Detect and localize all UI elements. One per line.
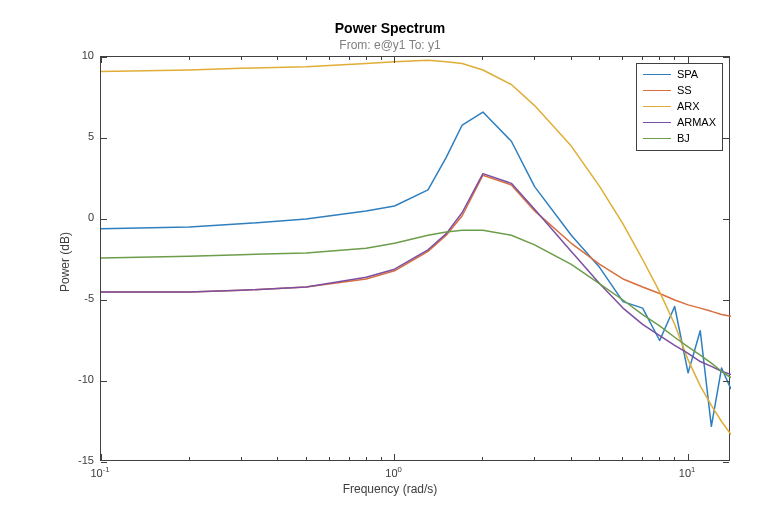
- x-tick-label: 100: [385, 465, 402, 479]
- y-tick-label: -5: [64, 292, 94, 304]
- legend-swatch: [643, 90, 671, 91]
- legend-item[interactable]: BJ: [643, 130, 716, 146]
- legend-label: BJ: [677, 132, 690, 144]
- legend-label: SPA: [677, 68, 698, 80]
- legend-swatch: [643, 106, 671, 107]
- chart-subtitle: From: e@y1 To: y1: [339, 38, 440, 52]
- legend-label: ARX: [677, 100, 700, 112]
- y-tick-label: 0: [64, 211, 94, 223]
- x-tick-label: 10-1: [90, 465, 109, 479]
- x-axis-label: Frequency (rad/s): [343, 482, 438, 496]
- y-tick-label: 10: [64, 49, 94, 61]
- x-tick-label: 101: [679, 465, 696, 479]
- axes[interactable]: SPASSARXARMAXBJ: [100, 56, 730, 461]
- series-line: [101, 174, 731, 375]
- y-tick-label: -10: [64, 373, 94, 385]
- legend-swatch: [643, 138, 671, 139]
- legend-item[interactable]: ARX: [643, 98, 716, 114]
- series-line: [101, 230, 731, 377]
- y-tick-label: 5: [64, 130, 94, 142]
- series-line: [101, 112, 731, 426]
- chart-title: Power Spectrum: [335, 20, 445, 36]
- legend-item[interactable]: SS: [643, 82, 716, 98]
- legend-swatch: [643, 122, 671, 123]
- figure: Power Spectrum From: e@y1 To: y1 Power (…: [0, 0, 780, 520]
- legend[interactable]: SPASSARXARMAXBJ: [636, 63, 723, 151]
- y-axis-label: Power (dB): [58, 232, 72, 292]
- legend-swatch: [643, 74, 671, 75]
- legend-label: ARMAX: [677, 116, 716, 128]
- legend-item[interactable]: SPA: [643, 66, 716, 82]
- legend-label: SS: [677, 84, 692, 96]
- legend-item[interactable]: ARMAX: [643, 114, 716, 130]
